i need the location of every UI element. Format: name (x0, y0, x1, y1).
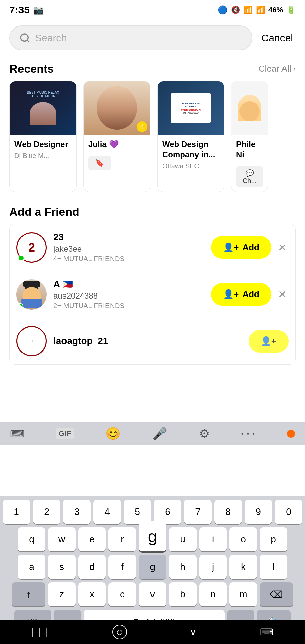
add-button-aus2024388[interactable]: 👤+ Add (211, 283, 271, 306)
key-i[interactable]: i (199, 527, 227, 551)
card-thumbnail: ⭐ (84, 81, 150, 135)
recent-card-julia[interactable]: ⭐ Julia 💜 🔖 (83, 81, 150, 192)
friend-avatar-jake3ee: 2 (16, 232, 47, 263)
key-backspace[interactable]: ⌫ (260, 582, 293, 606)
nav-home-icon[interactable]: ○ (112, 625, 127, 639)
keyboard-row-zxcv: ↑ z x c v b n m ⌫ (2, 582, 303, 606)
key-m[interactable]: m (229, 582, 257, 606)
key-v[interactable]: v (139, 582, 166, 606)
key-b[interactable]: b (169, 582, 197, 606)
key-shift[interactable]: ↑ (12, 582, 45, 606)
online-indicator (17, 303, 23, 309)
key-a[interactable]: a (18, 555, 45, 579)
key-x[interactable]: x (78, 582, 106, 606)
time-display: 7:35 (9, 4, 30, 16)
key-g-popup[interactable]: g (139, 521, 166, 551)
add-person-icon: 👤+ (223, 289, 239, 300)
key-e[interactable]: e (78, 527, 106, 551)
recents-scroll[interactable]: BEST MUSIC RELAXDJ BLUE MOON Web Designe… (0, 81, 305, 199)
search-icon (19, 33, 30, 43)
key-f[interactable]: f (108, 555, 136, 579)
mic-icon[interactable]: 🎤 (152, 427, 167, 441)
notification-dot (287, 430, 295, 438)
status-bar: 7:35 📷 🔵 🔇 📶 📶 46% 🔋 (0, 0, 305, 20)
key-0[interactable]: 0 (275, 500, 302, 524)
key-j[interactable]: j (199, 555, 227, 579)
card-thumbnail: BEST MUSIC RELAXDJ BLUE MOON (10, 81, 76, 135)
key-k[interactable]: k (229, 555, 257, 579)
emoji-icon[interactable]: 😊 (105, 427, 121, 441)
friend-avatar-laoagtop21: ◦ (16, 326, 47, 356)
card-thumbnail (231, 81, 268, 135)
nav-keyboard-icon[interactable]: ⌨ (260, 627, 273, 638)
status-right: 🔵 🔇 📶 📶 46% 🔋 (218, 5, 296, 15)
card-action: 🔖 (84, 156, 150, 174)
add-button-laoagtop21[interactable]: 👤+ (249, 330, 289, 353)
key-8[interactable]: 8 (214, 500, 242, 524)
card-name: Julia 💜 (88, 139, 145, 149)
key-r[interactable]: r (108, 527, 136, 551)
add-label: Add (242, 289, 259, 300)
key-g-row3[interactable]: g (139, 555, 166, 579)
sticker-icon[interactable]: ⌨ (10, 428, 25, 440)
nav-recents-icon[interactable]: ∨ (190, 627, 197, 638)
friend-username: aus2024388 (53, 291, 204, 301)
card-action: 💬 Ch... (231, 166, 268, 192)
cancel-button[interactable]: Cancel (259, 32, 296, 44)
recent-card-web-designer[interactable]: BEST MUSIC RELAXDJ BLUE MOON Web Designe… (9, 81, 77, 192)
keyboard-row-numbers: 1 2 3 4 5 6 7 8 9 0 (2, 500, 303, 524)
bookmark-button[interactable]: 🔖 (88, 156, 111, 170)
key-1[interactable]: 1 (3, 500, 30, 524)
more-icon[interactable]: • • • (241, 430, 255, 438)
key-p[interactable]: p (260, 527, 287, 551)
search-bar-area: Search Cancel (0, 20, 305, 56)
add-person-icon: 👤+ (223, 242, 239, 253)
key-h[interactable]: h (169, 555, 197, 579)
friend-item-laoagtop21: ◦ laoagtop_21 👤+ (10, 318, 295, 364)
search-bar[interactable]: Search (9, 25, 252, 50)
friend-info-jake3ee: 23 jake3ee 4+ MUTUAL FRIENDS (53, 232, 204, 263)
chevron-right-icon: › (293, 65, 296, 73)
key-l[interactable]: l (260, 555, 287, 579)
key-3[interactable]: 3 (63, 500, 91, 524)
svg-line-1 (27, 40, 29, 42)
signal-icon: 📶 (256, 6, 265, 14)
key-5[interactable]: 5 (124, 500, 151, 524)
recent-card-phile-ni[interactable]: Phile Ni 💬 Ch... (231, 81, 268, 192)
keyboard-row-asdf: a s d f g h j k l (2, 555, 303, 579)
key-9[interactable]: 9 (245, 500, 272, 524)
key-z[interactable]: z (48, 582, 76, 606)
key-2[interactable]: 2 (33, 500, 60, 524)
settings-icon[interactable]: ⚙ (199, 427, 210, 441)
friend-display-name: 23 (53, 232, 204, 243)
battery-icon: 🔋 (287, 6, 296, 14)
wifi-icon: 📶 (244, 6, 253, 14)
avatar-number: 2 (28, 240, 35, 255)
key-u[interactable]: u (169, 527, 197, 551)
recent-card-webdesign-company[interactable]: WEB DESIGNOTTAWAWEB DESIGNOTTAWA SEO Web… (157, 81, 224, 192)
dismiss-button-aus2024388[interactable]: ✕ (276, 286, 289, 302)
friend-info-aus2024388: A 🇵🇭 aus2024388 2+ MUTUAL FRIENDS (53, 279, 204, 310)
add-button-jake3ee[interactable]: 👤+ Add (211, 236, 271, 259)
gif-button[interactable]: GIF (56, 428, 74, 439)
clear-all-button[interactable]: Clear All › (259, 64, 296, 74)
key-s[interactable]: s (48, 555, 76, 579)
recents-header: Recents Clear All › (0, 56, 305, 81)
key-n[interactable]: n (199, 582, 227, 606)
key-c[interactable]: c (108, 582, 136, 606)
nav-back-icon[interactable]: | | | (32, 627, 49, 637)
dismiss-button-jake3ee[interactable]: ✕ (276, 239, 289, 255)
key-7[interactable]: 7 (184, 500, 212, 524)
key-6[interactable]: 6 (154, 500, 181, 524)
key-w[interactable]: w (48, 527, 76, 551)
search-input[interactable]: Search (35, 32, 236, 44)
friend-display-name: A 🇵🇭 (53, 279, 204, 290)
key-4[interactable]: 4 (93, 500, 121, 524)
friend-info-laoagtop21: laoagtop_21 (53, 336, 242, 346)
android-nav-bar: | | | ○ ∨ ⌨ (0, 620, 305, 644)
key-d[interactable]: d (78, 555, 106, 579)
chat-button[interactable]: 💬 Ch... (236, 166, 263, 187)
friend-item-jake3ee: 2 23 jake3ee 4+ MUTUAL FRIENDS 👤+ Add ✕ (10, 224, 295, 271)
key-o[interactable]: o (229, 527, 257, 551)
key-q[interactable]: q (18, 527, 45, 551)
